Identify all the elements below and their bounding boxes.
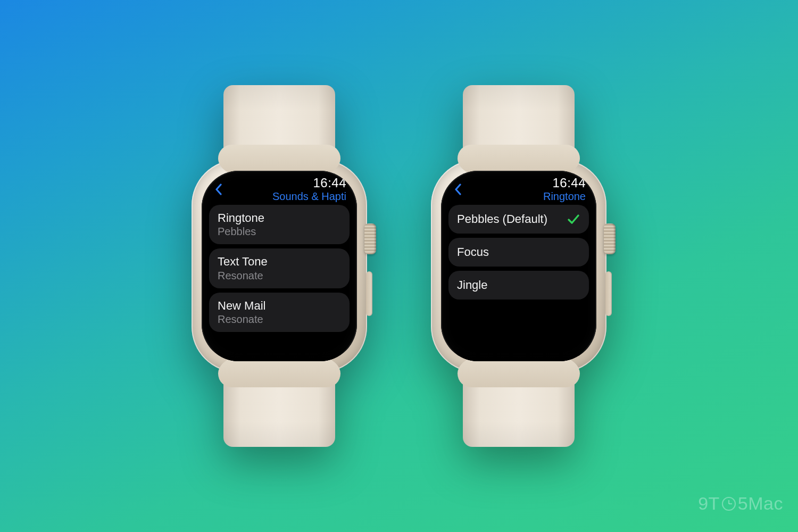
ringtone-option-jingle[interactable]: Jingle [448, 271, 589, 300]
screen-fade [441, 345, 596, 361]
watermark-suffix: 5Mac [738, 493, 783, 514]
digital-crown[interactable] [604, 223, 616, 254]
screen-title: Ringtone [543, 190, 586, 203]
watermark-prefix: 9T [698, 493, 720, 514]
title-wrap: 16:44 Sounds & Hapti [227, 177, 346, 203]
digital-crown[interactable] [364, 223, 376, 254]
settings-list: Ringtone Pebbles Text Tone Resonate New … [209, 205, 350, 332]
row-text-tone[interactable]: Text Tone Resonate [209, 248, 350, 288]
checkmark-icon [567, 212, 580, 226]
ringtone-list: Pebbles (Default) Focus Jingle [448, 205, 589, 300]
screen-fade [202, 345, 357, 361]
row-label: Pebbles (Default) [457, 212, 547, 226]
screen-title: Sounds & Hapti [272, 190, 346, 203]
back-button[interactable] [210, 181, 227, 198]
ringtone-option-pebbles[interactable]: Pebbles (Default) [448, 205, 589, 234]
clock-icon [721, 496, 737, 512]
status-bar: 16:44 Ringtone [448, 179, 589, 200]
row-label: Focus [457, 245, 489, 259]
row-label: Text Tone [218, 255, 268, 268]
row-sublabel: Resonate [218, 270, 268, 282]
back-button[interactable] [450, 181, 467, 198]
watch-case: 16:44 Sounds & Hapti Ringtone Pebbles Te… [192, 160, 367, 372]
watch-case: 16:44 Ringtone Pebbles (Default) [431, 160, 606, 372]
clock-time: 16:44 [552, 177, 586, 189]
title-wrap: 16:44 Ringtone [467, 177, 586, 203]
watch-left: 16:44 Sounds & Hapti Ringtone Pebbles Te… [184, 85, 375, 447]
clock-time: 16:44 [313, 177, 346, 189]
row-sublabel: Pebbles [218, 226, 264, 238]
ringtone-option-focus[interactable]: Focus [448, 238, 589, 267]
chevron-left-icon [215, 184, 222, 195]
watermark-9to5mac: 9T 5Mac [698, 493, 783, 514]
row-label: Ringtone [218, 211, 264, 225]
watch-right: 16:44 Ringtone Pebbles (Default) [423, 85, 614, 447]
screen-ringtone: 16:44 Ringtone Pebbles (Default) [441, 171, 596, 361]
row-label: Jingle [457, 278, 487, 292]
screen-sounds-haptics: 16:44 Sounds & Hapti Ringtone Pebbles Te… [202, 171, 357, 361]
chevron-left-icon [454, 184, 462, 195]
row-label: New Mail [218, 299, 265, 312]
stage: 16:44 Sounds & Hapti Ringtone Pebbles Te… [0, 0, 798, 532]
row-sublabel: Resonate [218, 313, 265, 326]
row-new-mail[interactable]: New Mail Resonate [209, 293, 350, 332]
side-button[interactable] [366, 271, 372, 316]
side-button[interactable] [605, 271, 612, 316]
status-bar: 16:44 Sounds & Hapti [209, 179, 350, 200]
row-ringtone[interactable]: Ringtone Pebbles [209, 205, 350, 244]
